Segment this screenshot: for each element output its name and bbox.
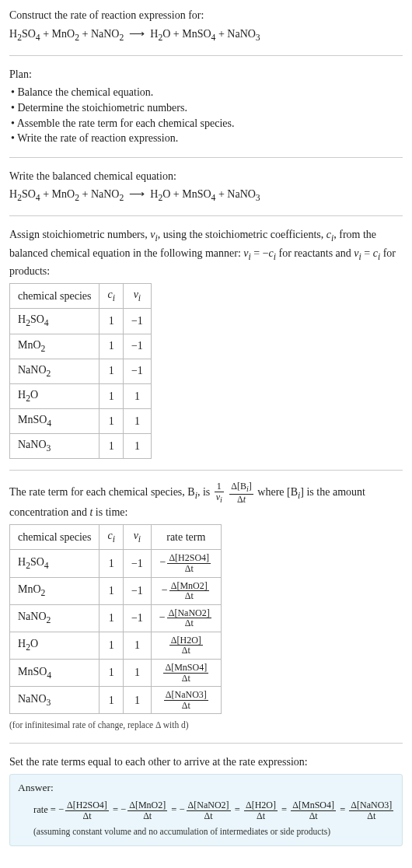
table-row: MnSO411Δ[MnSO4]Δt: [10, 660, 222, 687]
rate-prefix: rate =: [33, 804, 58, 815]
cell-species: NaNO3: [10, 687, 100, 714]
cell-vi: −1: [123, 550, 151, 577]
rate-term-frac: Δ[MnSO4]Δt: [291, 800, 336, 821]
cell-vi: 1: [123, 434, 151, 459]
cell-ci: 1: [100, 383, 123, 408]
rate-terms-table: chemical species ci νi rate term H2SO41−…: [9, 524, 222, 714]
table-header-row: chemical species ci νi: [10, 284, 152, 309]
cell-ci: 1: [100, 434, 123, 459]
answer-box: Answer: rate = −Δ[H2SO4]Δt = −Δ[MnO2]Δt …: [9, 774, 403, 846]
col-rate-term: rate term: [151, 525, 221, 550]
frac-den: Δt: [229, 495, 253, 505]
frac-num: 1: [215, 481, 224, 492]
cell-ci: 1: [100, 550, 123, 577]
rate-term-frac: Δ[MnO2]Δt: [127, 800, 167, 821]
col-vi: νi: [123, 284, 151, 309]
rate-term-frac: Δ[NaNO3]Δt: [349, 800, 393, 821]
table-row: NaNO311Δ[NaNO3]Δt: [10, 687, 222, 714]
rate-intro-pre: The rate term for each chemical species,…: [9, 486, 195, 498]
col-ci: ci: [100, 284, 123, 309]
plan-item: • Balance the chemical equation.: [11, 85, 403, 100]
table-row: NaNO311: [10, 434, 152, 459]
table-row: MnSO411: [10, 408, 152, 433]
col-ci: ci: [100, 525, 123, 550]
col-species: chemical species: [10, 525, 100, 550]
intro-section: Construct the rate of reaction expressio…: [9, 8, 403, 44]
cell-species: NaNO3: [10, 434, 100, 459]
cell-vi: 1: [123, 383, 151, 408]
col-species: chemical species: [10, 284, 100, 309]
balanced-header: Write the balanced chemical equation:: [9, 169, 403, 184]
cell-ci: 1: [100, 577, 123, 604]
plan-list: • Balance the chemical equation. • Deter…: [9, 85, 403, 145]
table-row: MnO21−1: [10, 334, 152, 359]
cell-vi: −1: [123, 359, 151, 383]
rate-term-frac: Δ[NaNO2]Δt: [187, 800, 231, 821]
cell-species: H2O: [10, 632, 100, 659]
cell-species: NaNO2: [10, 604, 100, 632]
divider: [9, 157, 403, 158]
frac-num: Δ[Bi]: [229, 481, 253, 495]
cell-vi: 1: [123, 660, 151, 687]
table-row: H2O11: [10, 383, 152, 408]
cell-rate-term: −Δ[NaNO2]Δt: [151, 604, 221, 632]
cell-ci: 1: [100, 604, 123, 632]
frac-den: νi: [215, 492, 224, 505]
stoich-section: Assign stoichiometric numbers, νi, using…: [9, 227, 403, 459]
plan-item-text: Assemble the rate term for each chemical…: [17, 117, 235, 129]
cell-species: MnO2: [10, 577, 100, 604]
cell-ci: 1: [100, 309, 123, 334]
rate-term-frac: Δ[H2SO4]Δt: [65, 800, 109, 821]
cell-species: MnO2: [10, 334, 100, 359]
rate-intro-frac2: Δ[Bi] Δt: [229, 481, 253, 504]
cell-species: H2SO4: [10, 309, 100, 334]
plan-item-text: Determine the stoichiometric numbers.: [17, 102, 187, 114]
cell-ci: 1: [100, 334, 123, 359]
answer-label: Answer:: [18, 781, 394, 796]
table-row: H2SO41−1−Δ[H2SO4]Δt: [10, 550, 222, 577]
final-header: Set the rate terms equal to each other t…: [9, 754, 403, 770]
divider: [9, 55, 403, 56]
cell-ci: 1: [100, 408, 123, 433]
plan-item: • Assemble the rate term for each chemic…: [11, 116, 403, 131]
divider: [9, 470, 403, 471]
cell-vi: 1: [123, 632, 151, 659]
cell-vi: 1: [123, 408, 151, 433]
table-header-row: chemical species ci νi rate term: [10, 525, 222, 550]
table-row: H2O11Δ[H2O]Δt: [10, 632, 222, 659]
rate-terms-intro: The rate term for each chemical species,…: [9, 481, 403, 520]
col-vi: νi: [123, 525, 151, 550]
cell-ci: 1: [100, 359, 123, 383]
plan-header: Plan:: [9, 67, 403, 82]
cell-vi: −1: [123, 334, 151, 359]
stoich-table: chemical species ci νi H2SO41−1MnO21−1Na…: [9, 283, 152, 459]
cell-species: H2SO4: [10, 550, 100, 577]
plan-item: • Write the rate of reaction expression.: [11, 131, 403, 146]
cell-species: H2O: [10, 383, 100, 408]
cell-vi: −1: [123, 604, 151, 632]
table-row: MnO21−1−Δ[MnO2]Δt: [10, 577, 222, 604]
cell-vi: −1: [123, 309, 151, 334]
cell-vi: 1: [123, 687, 151, 714]
cell-ci: 1: [100, 660, 123, 687]
table-row: NaNO21−1−Δ[NaNO2]Δt: [10, 604, 222, 632]
assumption-note: (assuming constant volume and no accumul…: [33, 825, 394, 838]
stoich-intro: Assign stoichiometric numbers, νi, using…: [9, 227, 403, 278]
rate-intro-mid: , is: [197, 486, 213, 498]
cell-rate-term: Δ[H2O]Δt: [151, 632, 221, 659]
cell-vi: −1: [123, 577, 151, 604]
final-section: Set the rate terms equal to each other t…: [9, 754, 403, 847]
plan-item: • Determine the stoichiometric numbers.: [11, 100, 403, 116]
divider: [9, 215, 403, 216]
divider: [9, 743, 403, 744]
cell-rate-term: Δ[NaNO3]Δt: [151, 687, 221, 714]
cell-rate-term: −Δ[H2SO4]Δt: [151, 550, 221, 577]
cell-species: MnSO4: [10, 408, 100, 433]
cell-ci: 1: [100, 687, 123, 714]
cell-ci: 1: [100, 632, 123, 659]
rate-terms-note: (for infinitesimal rate of change, repla…: [9, 719, 403, 731]
balanced-section: Write the balanced chemical equation: H2…: [9, 169, 403, 205]
cell-rate-term: −Δ[MnO2]Δt: [151, 577, 221, 604]
table-row: H2SO41−1: [10, 309, 152, 334]
table-row: NaNO21−1: [10, 359, 152, 383]
